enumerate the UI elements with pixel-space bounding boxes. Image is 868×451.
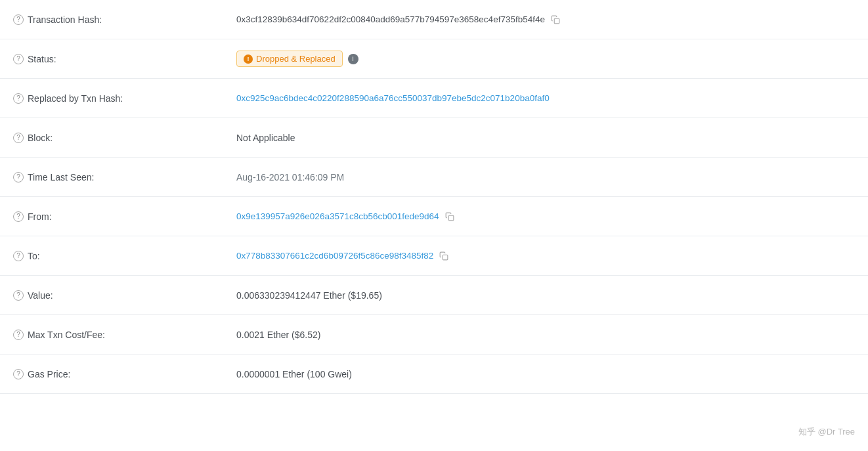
link-replaced-by-hash[interactable]: 0xc925c9ac6bdec4c0220f288590a6a76cc55003… [236,93,550,103]
link-from-address[interactable]: 0x9e139957a926e026a3571c8cb56cb001fede9d… [236,211,439,221]
max-txn-cost-text: 0.0021 Ether ($6.52) [236,330,320,340]
help-icon-from[interactable]: ? [13,211,24,222]
copy-icon-from[interactable] [445,211,455,222]
label-text-from: From: [28,211,52,222]
label-max-txn-cost: ? Max Txn Cost/Fee: [13,330,236,340]
status-badge-dropped-replaced: ! Dropped & Replaced [236,51,343,67]
label-value: ? Value: [13,290,236,301]
value-gas-price: 0.0000001 Ether (100 Gwei) [236,369,855,379]
value-from: 0x9e139957a926e026a3571c8cb56cb001fede9d… [236,211,855,222]
label-to: ? To: [13,251,236,261]
label-text-time-last-seen: Time Last Seen: [28,172,94,183]
status-dot-icon: ! [244,54,253,64]
label-text-replaced-by: Replaced by Txn Hash: [28,93,123,104]
ether-value-text: 0.006330239412447 Ether ($19.65) [236,290,382,301]
help-icon-status[interactable]: ? [13,54,24,64]
label-text-status: Status: [28,54,56,64]
value-status: ! Dropped & Replaced i [236,51,855,67]
value-to: 0x778b83307661c2cd6b09726f5c86ce98f3485f… [236,251,855,261]
help-icon-to[interactable]: ? [13,251,24,261]
row-block: ? Block: Not Applicable [0,118,868,158]
label-status: ? Status: [13,54,236,64]
help-icon-max-txn-cost[interactable]: ? [13,330,24,340]
row-value: ? Value: 0.006330239412447 Ether ($19.65… [0,276,868,315]
time-last-seen-text: Aug-16-2021 01:46:09 PM [236,172,344,183]
label-replaced-by: ? Replaced by Txn Hash: [13,93,236,104]
row-replaced-by: ? Replaced by Txn Hash: 0xc925c9ac6bdec4… [0,79,868,118]
label-text-transaction-hash: Transaction Hash: [28,14,102,25]
value-ether: 0.006330239412447 Ether ($19.65) [236,290,855,301]
row-transaction-hash: ? Transaction Hash: 0x3cf12839b634df7062… [0,0,868,39]
help-icon-value[interactable]: ? [13,290,24,301]
label-text-max-txn-cost: Max Txn Cost/Fee: [28,330,105,340]
link-to-address[interactable]: 0x778b83307661c2cd6b09726f5c86ce98f3485f… [236,251,433,261]
svg-rect-0 [554,18,559,24]
gas-price-text: 0.0000001 Ether (100 Gwei) [236,369,352,379]
block-value-text: Not Applicable [236,133,295,143]
value-time-last-seen: Aug-16-2021 01:46:09 PM [236,172,855,183]
help-icon-gas-price[interactable]: ? [13,369,24,379]
help-icon-time-last-seen[interactable]: ? [13,172,24,183]
copy-icon-transaction-hash[interactable] [550,14,561,25]
label-block: ? Block: [13,133,236,143]
row-gas-price: ? Gas Price: 0.0000001 Ether (100 Gwei) [0,354,868,394]
help-icon-transaction-hash[interactable]: ? [13,14,24,25]
row-from: ? From: 0x9e139957a926e026a3571c8cb56cb0… [0,197,868,236]
svg-rect-1 [448,215,454,221]
transaction-detail-container: ? Transaction Hash: 0x3cf12839b634df7062… [0,0,868,394]
label-text-gas-price: Gas Price: [28,369,70,379]
help-icon-block[interactable]: ? [13,133,24,143]
label-text-value: Value: [28,290,53,301]
value-block: Not Applicable [236,133,855,143]
hash-text-transaction-hash: 0x3cf12839b634df70622df2c00840add69a577b… [236,14,545,24]
label-transaction-hash: ? Transaction Hash: [13,14,236,25]
row-status: ? Status: ! Dropped & Replaced i [0,39,868,79]
info-icon-status[interactable]: i [348,54,358,64]
label-text-to: To: [28,251,40,261]
status-badge-text: Dropped & Replaced [256,54,336,64]
value-transaction-hash: 0x3cf12839b634df70622df2c00840add69a577b… [236,14,855,25]
row-time-last-seen: ? Time Last Seen: Aug-16-2021 01:46:09 P… [0,158,868,197]
value-replaced-by: 0xc925c9ac6bdec4c0220f288590a6a76cc55003… [236,93,855,103]
value-max-txn-cost: 0.0021 Ether ($6.52) [236,330,855,340]
svg-rect-2 [443,255,448,260]
label-text-block: Block: [28,133,53,143]
row-max-txn-cost: ? Max Txn Cost/Fee: 0.0021 Ether ($6.52) [0,315,868,354]
help-icon-replaced-by[interactable]: ? [13,93,24,104]
copy-icon-to[interactable] [439,251,449,261]
row-to: ? To: 0x778b83307661c2cd6b09726f5c86ce98… [0,236,868,276]
label-time-last-seen: ? Time Last Seen: [13,172,236,183]
label-from: ? From: [13,211,236,222]
label-gas-price: ? Gas Price: [13,369,236,379]
